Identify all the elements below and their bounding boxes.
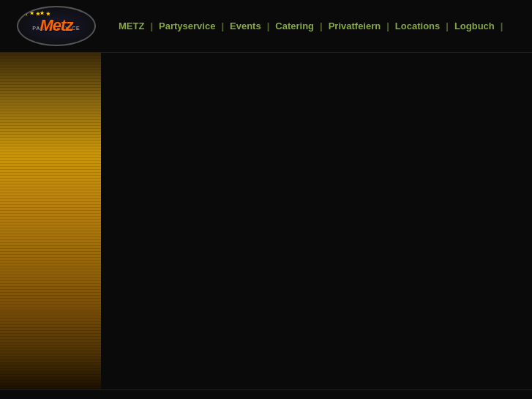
nav-item-logbuch[interactable]: Logbuch: [450, 20, 499, 31]
content-area: [101, 53, 532, 389]
nav-item-partyservice[interactable]: Partyservice: [154, 20, 220, 31]
nav-sep-2: |: [220, 20, 225, 31]
logo-area[interactable]: Metz PARTYSERVICE: [6, 1, 107, 51]
svg-marker-0: [23, 11, 28, 15]
nav-sep-4: |: [318, 20, 324, 31]
nav-sep-1: |: [149, 20, 154, 31]
svg-marker-4: [46, 11, 50, 15]
footer: English METZ Company | Crew | A-Z | Kont…: [0, 389, 532, 399]
nav-item-metz[interactable]: METZ: [114, 20, 149, 31]
nav-item-catering[interactable]: Catering: [271, 20, 318, 31]
main-nav: METZ | Partyservice | Events | Catering …: [107, 20, 526, 31]
nav-sep-7: |: [499, 20, 505, 31]
svg-marker-2: [36, 11, 40, 15]
svg-marker-3: [40, 10, 44, 15]
header: Metz PARTYSERVICE METZ | Partyservice | …: [0, 0, 532, 53]
nav-sep-5: |: [385, 20, 391, 31]
nav-sep-6: |: [444, 20, 450, 31]
main-area: [0, 53, 532, 389]
logo-metz-text: Metz: [40, 16, 73, 35]
nav-item-locations[interactable]: Locations: [391, 20, 444, 31]
nav-item-events[interactable]: Events: [225, 20, 266, 31]
nav-sep-3: |: [266, 20, 271, 31]
svg-marker-1: [30, 10, 34, 15]
logo: Metz PARTYSERVICE: [12, 4, 100, 48]
sidebar: [0, 53, 101, 389]
nav-item-privatfeiern[interactable]: Privatfeiern: [324, 20, 386, 31]
